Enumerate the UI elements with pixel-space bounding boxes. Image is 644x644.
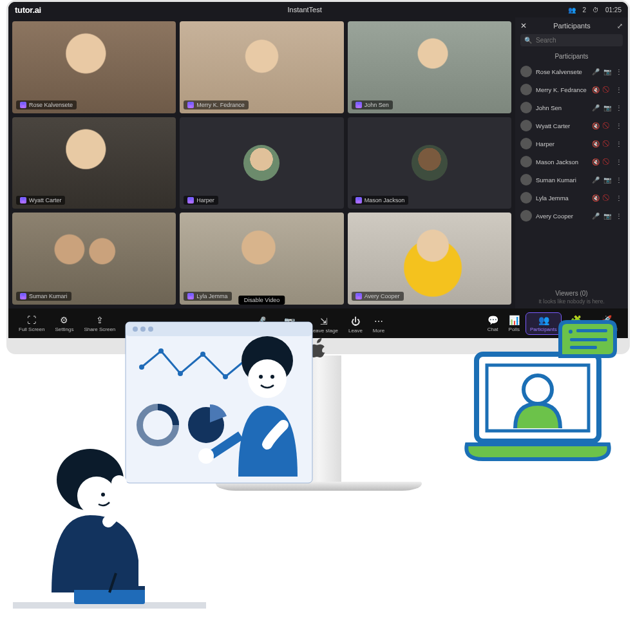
- svg-point-9: [223, 374, 228, 379]
- participant-row[interactable]: John Sen🎤📷⋮: [519, 99, 624, 117]
- more-icon[interactable]: ⋮: [615, 158, 623, 166]
- participant-count: 2: [582, 6, 586, 14]
- svg-point-20: [101, 493, 105, 497]
- participant-row[interactable]: Mason Jackson🔇⃠⋮: [519, 153, 624, 171]
- svg-point-6: [158, 348, 164, 354]
- meeting-timer: 01:25: [605, 6, 621, 14]
- video-tile[interactable]: Rose Kalvensete: [12, 21, 176, 113]
- video-tile[interactable]: John Sen: [348, 21, 511, 113]
- camera-icon[interactable]: ⃠: [603, 86, 611, 93]
- mic-icon[interactable]: 🔇: [592, 158, 600, 166]
- more-icon[interactable]: ⋮: [615, 122, 623, 129]
- camera-icon[interactable]: ⃠: [603, 158, 611, 166]
- camera-icon[interactable]: 📷: [603, 213, 611, 220]
- tile-name: Rose Kalvensete: [29, 102, 73, 108]
- video-tile[interactable]: Wyatt Carter: [12, 117, 176, 209]
- more-icon[interactable]: ⋮: [615, 68, 623, 75]
- participant-name: Merry K. Fedrance: [536, 86, 588, 93]
- more-icon[interactable]: ⋮: [615, 176, 623, 184]
- close-panel-button[interactable]: ✕: [520, 21, 527, 30]
- participant-row[interactable]: Merry K. Fedrance🔇⃠⋮: [519, 80, 624, 99]
- more-icon[interactable]: ⋮: [615, 194, 623, 202]
- svg-point-16: [270, 375, 274, 379]
- more-icon: ⋯: [374, 316, 384, 327]
- camera-icon[interactable]: ⃠: [603, 194, 611, 202]
- camera-icon[interactable]: 📷: [603, 176, 611, 184]
- tile-name: Suman Kumari: [29, 293, 68, 299]
- name-tag: Avery Cooper: [352, 292, 404, 301]
- more-icon[interactable]: ⋮: [615, 213, 623, 220]
- camera-icon[interactable]: 📷: [603, 68, 611, 75]
- svg-rect-30: [576, 329, 607, 332]
- more-icon[interactable]: ⋮: [615, 86, 623, 93]
- svg-rect-1: [126, 322, 312, 336]
- participant-name: Wyatt Carter: [536, 122, 588, 129]
- avatar: [520, 120, 532, 131]
- tile-name: Wyatt Carter: [29, 197, 61, 204]
- mic-icon[interactable]: 🔇: [592, 122, 600, 129]
- camera-icon[interactable]: 📷: [603, 104, 611, 111]
- teacher-illustration: [13, 316, 322, 625]
- avatar: [520, 210, 532, 222]
- participant-name: Lyla Jemma: [536, 194, 588, 202]
- video-tile[interactable]: Merry K. Fedrance: [180, 21, 343, 113]
- more-icon[interactable]: ⋮: [615, 140, 623, 147]
- video-grid: Rose KalvenseteMerry K. FedranceJohn Sen…: [8, 17, 515, 308]
- presence-dot-icon: [20, 197, 26, 204]
- mic-icon[interactable]: 🔇: [592, 194, 600, 202]
- search-box[interactable]: 🔍: [520, 34, 623, 46]
- svg-rect-31: [570, 338, 607, 341]
- presence-dot-icon: [355, 197, 362, 204]
- mic-icon[interactable]: 🔇: [592, 86, 600, 93]
- participant-row[interactable]: Rose Kalvensete🎤📷⋮: [519, 62, 624, 80]
- participant-list[interactable]: Rose Kalvensete🎤📷⋮Merry K. Fedrance🔇⃠⋮Jo…: [515, 62, 628, 286]
- avatar: [520, 174, 532, 185]
- more-icon[interactable]: ⋮: [615, 104, 623, 111]
- svg-point-2: [133, 327, 138, 332]
- participant-name: Avery Cooper: [536, 213, 588, 220]
- participant-row[interactable]: Wyatt Carter🔇⃠⋮: [519, 117, 624, 135]
- avatar: [520, 102, 532, 113]
- name-tag: Suman Kumari: [16, 292, 71, 301]
- camera-icon[interactable]: ⃠: [603, 122, 611, 129]
- video-tile[interactable]: Harper: [180, 117, 343, 209]
- mic-icon[interactable]: 🔇: [592, 140, 600, 147]
- mic-icon[interactable]: 🎤: [592, 68, 600, 75]
- participant-row[interactable]: Suman Kumari🎤📷⋮: [519, 171, 624, 189]
- panel-title: Participants: [532, 22, 612, 30]
- leave-button[interactable]: ⏻Leave: [345, 314, 366, 336]
- viewers-section: Viewers (0) It looks like nobody is here…: [515, 286, 628, 308]
- participant-row[interactable]: Lyla Jemma🔇⃠⋮: [519, 189, 624, 207]
- video-tile[interactable]: Mason Jackson: [348, 117, 511, 209]
- participant-name: Suman Kumari: [536, 176, 588, 184]
- svg-point-21: [111, 475, 127, 491]
- name-tag: Merry K. Fedrance: [184, 100, 249, 109]
- presence-dot-icon: [187, 293, 194, 299]
- leave-label: Leave: [348, 328, 363, 334]
- participant-row[interactable]: Avery Cooper🎤📷⋮: [519, 207, 624, 225]
- tile-name: Harper: [196, 197, 214, 204]
- tile-name: John Sen: [365, 102, 389, 108]
- expand-icon[interactable]: ⤢: [617, 22, 623, 30]
- timer-icon: ⏱: [592, 6, 599, 14]
- presence-dot-icon: [187, 197, 194, 204]
- mic-icon[interactable]: 🎤: [592, 104, 600, 111]
- mic-icon[interactable]: 🎤: [592, 213, 600, 220]
- search-input[interactable]: [536, 37, 619, 44]
- svg-point-29: [569, 330, 573, 334]
- video-tile[interactable]: Avery Cooper: [348, 213, 511, 305]
- video-tile[interactable]: Lyla JemmaDisable Video: [180, 213, 343, 305]
- participant-name: John Sen: [536, 104, 588, 111]
- name-tag: Mason Jackson: [352, 196, 409, 205]
- viewers-note: It looks like nobody is here.: [515, 298, 628, 305]
- participant-row[interactable]: Harper🔇⃠⋮: [519, 135, 624, 153]
- more-label: More: [373, 328, 384, 334]
- camera-icon[interactable]: ⃠: [603, 140, 611, 147]
- svg-point-15: [259, 375, 263, 379]
- more-button[interactable]: ⋯More: [369, 314, 388, 336]
- participant-name: Rose Kalvensete: [536, 68, 588, 75]
- mic-icon[interactable]: 🎤: [592, 176, 600, 184]
- svg-point-4: [148, 327, 153, 332]
- participants-panel: ✕ Participants ⤢ 🔍 Participants Rose Kal…: [515, 17, 628, 308]
- video-tile[interactable]: Suman Kumari: [12, 213, 176, 305]
